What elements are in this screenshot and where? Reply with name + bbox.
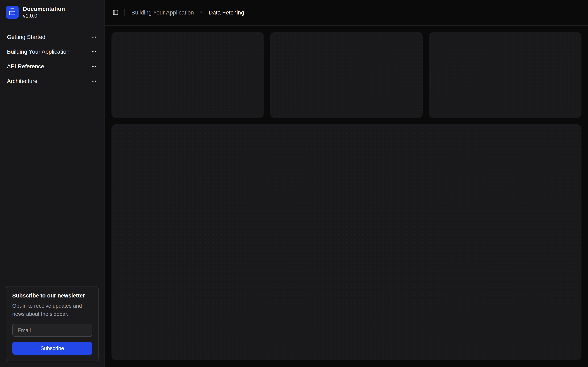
ellipsis-icon[interactable]: [90, 63, 98, 70]
subscribe-button[interactable]: Subscribe: [12, 342, 92, 355]
main-area: Building Your Application Data Fetching: [105, 0, 588, 367]
placeholder-card: [429, 32, 581, 118]
placeholder-card: [270, 32, 423, 118]
sidebar-app-button[interactable]: Documentation v1.0.0: [3, 3, 101, 21]
email-field[interactable]: [12, 324, 92, 337]
ellipsis-icon[interactable]: [90, 48, 98, 55]
breadcrumb: Building Your Application Data Fetching: [131, 9, 244, 16]
app-logo: [6, 6, 19, 19]
sidebar-toggle-button[interactable]: [110, 7, 121, 18]
main-header: Building Your Application Data Fetching: [105, 0, 588, 26]
sidebar-item-getting-started[interactable]: Getting Started: [3, 31, 101, 44]
gallery-vertical-end-icon: [9, 8, 16, 16]
sidebar-item-api-reference[interactable]: API Reference: [3, 60, 101, 73]
app-title: Documentation: [23, 6, 65, 12]
sidebar-item-label: API Reference: [7, 63, 44, 70]
sidebar-item-label: Getting Started: [7, 34, 45, 40]
breadcrumb-current-page: Data Fetching: [209, 9, 244, 16]
placeholder-panel: [112, 124, 581, 360]
sidebar-item-label: Building Your Application: [7, 49, 70, 55]
sidebar-item-label: Architecture: [7, 78, 37, 84]
placeholder-cards-row: [112, 32, 581, 118]
breadcrumb-parent-link[interactable]: Building Your Application: [131, 9, 194, 16]
sidebar-menu: Getting Started Building Your Applicatio…: [3, 31, 101, 88]
sidebar-item-architecture[interactable]: Architecture: [3, 75, 101, 88]
chevron-right-icon: [199, 10, 204, 15]
ellipsis-icon[interactable]: [90, 77, 98, 85]
newsletter-card: Subscribe to our newsletter Opt-in to re…: [6, 286, 99, 361]
newsletter-description: Opt-in to receive updates and news about…: [12, 302, 92, 318]
ellipsis-icon[interactable]: [90, 33, 98, 41]
header-separator: [124, 9, 125, 16]
placeholder-card: [112, 32, 264, 118]
sidebar-app-title-block: Documentation v1.0.0: [23, 6, 65, 18]
page-content: [105, 26, 588, 367]
sidebar-footer: Subscribe to our newsletter Opt-in to re…: [3, 286, 101, 364]
sidebar: Documentation v1.0.0 Getting Started Bui…: [0, 0, 105, 367]
panel-left-icon: [112, 9, 119, 16]
sidebar-item-building-your-application[interactable]: Building Your Application: [3, 45, 101, 58]
newsletter-title: Subscribe to our newsletter: [12, 292, 92, 299]
app-version: v1.0.0: [23, 13, 65, 18]
app-root: Documentation v1.0.0 Getting Started Bui…: [0, 0, 588, 367]
